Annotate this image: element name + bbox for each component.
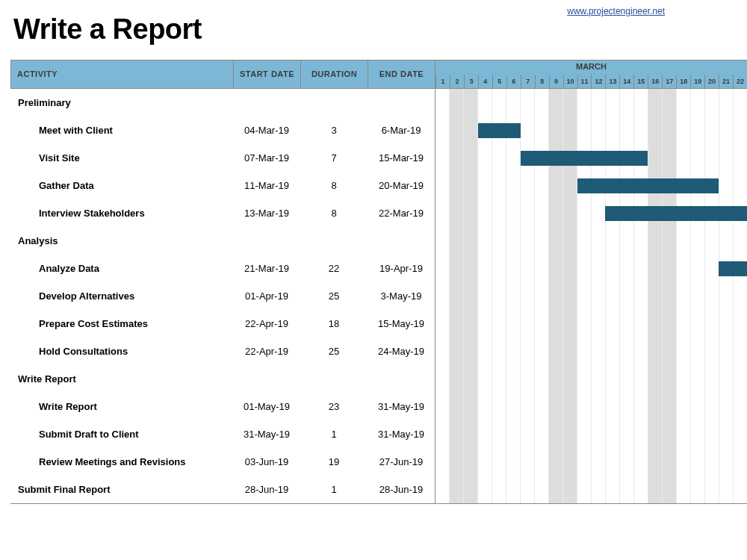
duration-cell: 23: [300, 401, 368, 412]
gantt-day-column: [605, 310, 619, 337]
gantt-day-column: [733, 89, 747, 116]
gantt-day-column: [463, 365, 477, 393]
gantt-day-column: [662, 227, 676, 255]
duration-cell: 8: [300, 208, 368, 219]
table-row: Gather Data11-Mar-19820-Mar-19: [10, 172, 747, 199]
timeline-cell: [435, 144, 747, 172]
table-row: Analyze Data21-Mar-192219-Apr-19: [10, 255, 747, 282]
gantt-day-column: [492, 89, 506, 116]
gantt-day-column: [492, 310, 506, 337]
gantt-day-column: [633, 337, 648, 365]
gantt-day-column: [619, 282, 633, 310]
gantt-bar[interactable]: [521, 151, 648, 166]
gantt-day-column: [436, 144, 449, 172]
duration-cell: 22: [300, 263, 368, 274]
col-duration: DURATION: [300, 60, 368, 88]
gantt-day-column: [690, 255, 704, 282]
gantt-day-column: [506, 420, 520, 448]
gantt-day-column: [477, 393, 492, 420]
gantt-day-column: [605, 282, 619, 310]
gantt-bar[interactable]: [719, 261, 747, 276]
table-row: Submit Draft to Client31-May-19131-May-1…: [10, 420, 747, 448]
gantt-day-column: [520, 476, 534, 503]
day-header-cell: 5: [492, 75, 506, 88]
gantt-day-column: [534, 282, 548, 310]
col-end-date: END DATE: [368, 60, 435, 88]
gantt-day-column: [704, 337, 719, 365]
gantt-day-column: [577, 310, 591, 337]
gantt-day-column: [477, 448, 492, 476]
gantt-day-column: [676, 337, 690, 365]
gantt-day-column: [449, 448, 463, 476]
gantt-bar[interactable]: [605, 206, 747, 221]
gantt-day-column: [662, 337, 676, 365]
gantt-day-column: [492, 448, 506, 476]
gantt-day-column: [633, 255, 648, 282]
gantt-day-column: [690, 227, 704, 255]
gantt-day-column: [506, 448, 520, 476]
gantt-day-column: [492, 172, 506, 199]
timeline-cell: [435, 116, 747, 144]
gantt-day-column: [534, 199, 548, 227]
gantt-day-column: [648, 337, 662, 365]
activity-cell: Write Report: [10, 401, 233, 412]
timeline-cell: [435, 420, 747, 448]
gantt-day-column: [449, 476, 463, 503]
gantt-day-column: [662, 310, 676, 337]
duration-cell: 19: [300, 456, 368, 467]
gantt-day-column: [719, 89, 733, 116]
day-header-cell: 9: [549, 75, 563, 88]
gantt-day-column: [548, 227, 562, 255]
gantt-day-column: [562, 255, 577, 282]
gantt-day-column: [477, 310, 492, 337]
source-link[interactable]: www.projectengineer.net: [567, 6, 665, 16]
gantt-day-column: [463, 310, 477, 337]
gantt-bar[interactable]: [478, 123, 521, 138]
gantt-day-column: [436, 393, 449, 420]
gantt-day-column: [477, 420, 492, 448]
gantt-background: [436, 448, 747, 476]
gantt-day-column: [719, 310, 733, 337]
gantt-day-column: [520, 89, 534, 116]
end-cell: 28-Jun-19: [368, 484, 435, 495]
table-row: Preliminary: [10, 89, 747, 116]
day-header-cell: 8: [535, 75, 549, 88]
gantt-day-column: [520, 172, 534, 199]
gantt-day-column: [520, 448, 534, 476]
gantt-day-column: [662, 476, 676, 503]
gantt-day-column: [605, 365, 619, 393]
gantt-day-column: [633, 476, 648, 503]
gantt-day-column: [562, 310, 577, 337]
duration-cell: 7: [300, 152, 368, 164]
gantt-day-column: [548, 172, 562, 199]
gantt-day-column: [520, 199, 534, 227]
gantt-day-column: [662, 89, 676, 116]
gantt-grid: ACTIVITY START DATE DURATION END DATE MA…: [10, 60, 747, 504]
gantt-day-column: [520, 365, 534, 393]
gantt-day-column: [449, 89, 463, 116]
gantt-day-column: [449, 393, 463, 420]
table-header-row: ACTIVITY START DATE DURATION END DATE MA…: [10, 60, 747, 89]
day-header-cell: 7: [521, 75, 535, 88]
table-row: Analysis: [10, 227, 747, 255]
gantt-day-column: [577, 199, 591, 227]
gantt-day-column: [463, 227, 477, 255]
day-header-cell: 15: [633, 75, 648, 88]
gantt-day-column: [562, 89, 577, 116]
timeline-cell: [435, 337, 747, 365]
gantt-day-column: [633, 365, 648, 393]
gantt-day-column: [477, 282, 492, 310]
gantt-day-column: [506, 227, 520, 255]
gantt-day-column: [449, 365, 463, 393]
activity-cell: Submit Draft to Client: [10, 429, 233, 440]
gantt-day-column: [548, 393, 562, 420]
gantt-day-column: [719, 144, 733, 172]
start-cell: 22-Apr-19: [233, 346, 300, 357]
gantt-background: [436, 255, 747, 282]
table-row: Meet with Client04-Mar-1936-Mar-19: [10, 116, 747, 144]
gantt-bar[interactable]: [577, 178, 719, 193]
gantt-day-column: [534, 393, 548, 420]
day-header-cell: 21: [719, 75, 733, 88]
gantt-day-column: [577, 393, 591, 420]
duration-cell: 3: [300, 125, 368, 136]
